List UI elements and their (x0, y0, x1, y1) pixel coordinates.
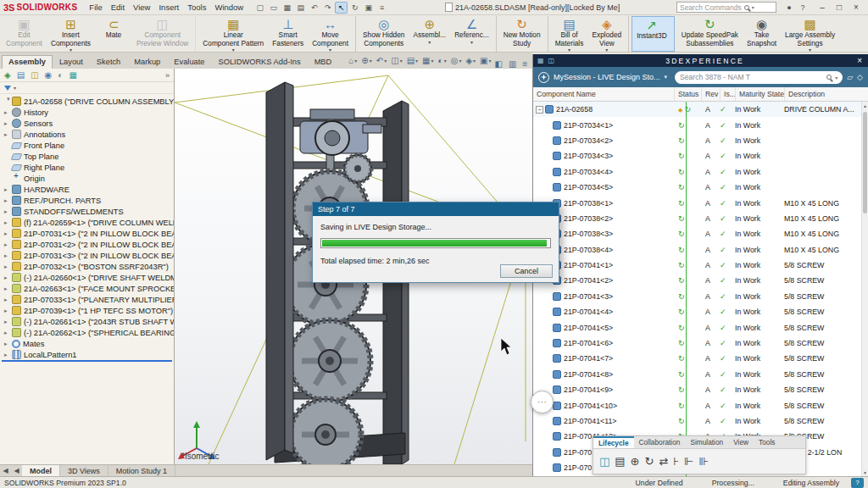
expand-caret-icon[interactable]: ▸ (4, 308, 12, 314)
options-icon[interactable]: ≡ (376, 2, 388, 14)
menu-item[interactable]: Tools (183, 3, 210, 12)
toolbar-tab[interactable]: Simulation (685, 436, 728, 448)
expand-caret-icon[interactable]: ▸ (5, 97, 12, 105)
ribbon-button[interactable]: ▤ Bill of Materials ▾ (551, 16, 588, 52)
component-row[interactable]: − 21P-07041<4> ↻ A ✓ In Work 5/8 SCREW (533, 304, 861, 319)
column-header[interactable]: Description (784, 87, 868, 101)
toolbar-tab[interactable]: Tools (754, 436, 780, 448)
session-search-input[interactable]: Search 3878 - NAM T ▾ (675, 71, 843, 84)
select-icon[interactable]: ↖ (335, 2, 348, 14)
tree-item[interactable]: ▸ Annotations (0, 129, 174, 140)
expand-caret-icon[interactable]: ▸ (4, 330, 12, 336)
expand-caret-icon[interactable]: ▸ (4, 263, 12, 270)
tree-item[interactable]: ▸ 21P-07033<1> ("PLANETARY MULTIPLIER") (0, 294, 174, 305)
expand-caret-icon[interactable]: ▸ (4, 208, 12, 215)
explore-search-icon[interactable]: ⊕ (631, 456, 640, 468)
filter-icon[interactable] (4, 86, 11, 91)
column-header[interactable]: Maturity State (735, 87, 784, 101)
command-tab[interactable]: Sketch (90, 55, 127, 69)
model-structure-icon[interactable]: ◫ (599, 456, 609, 468)
tree-item[interactable]: ▸ REF./PURCH. PARTS (0, 195, 174, 206)
help-icon[interactable]: ? (796, 2, 810, 14)
expand-caret-icon[interactable]: ▸ (4, 274, 12, 281)
component-row[interactable]: − 21P-07034<5> ↻ A ✓ In Work (533, 180, 861, 195)
ribbon-button[interactable]: ↻ Update SpeedPak Subassemblies ▾ (677, 16, 743, 52)
component-row[interactable]: − 21P-07041<11> ↻ A ✓ In Work 5/8 SCREW (533, 413, 861, 429)
ribbon-button[interactable]: ◈ Exploded View ▾ (588, 16, 630, 52)
command-tab[interactable]: Evaluate (167, 55, 211, 69)
component-row[interactable]: − 21P-07041<8> ↻ A ✓ In Work 5/8 SCREW (533, 367, 861, 382)
expand-caret-icon[interactable]: ▸ (4, 352, 12, 358)
scroll-down-icon[interactable]: ▼ (862, 469, 868, 476)
menu-item[interactable]: Insert (154, 3, 183, 12)
column-header[interactable]: Rev (701, 87, 720, 101)
undo-icon[interactable]: ↶ (308, 2, 320, 14)
component-row[interactable]: − 21P-07041<3> ↻ A ✓ In Work 5/8 SCREW (533, 289, 861, 304)
collapse-toggle[interactable]: − (536, 106, 543, 114)
3dexperience-compass-icon[interactable] (538, 72, 549, 83)
component-row[interactable]: − 21A-02658 ↻ A ✓ In Work DRIVE COLUMN A… (533, 102, 861, 117)
cancel-button[interactable]: Cancel (500, 264, 553, 278)
create-branch-icon[interactable]: ⊩ (684, 456, 693, 468)
file-properties-icon[interactable]: ▣ (362, 2, 375, 14)
redo-icon[interactable]: ↷ (321, 2, 334, 14)
tree-item[interactable]: ▸ 21P-07032<1> ("BOSTON SSRF2043R") (0, 261, 174, 272)
toolbar-tab[interactable]: Lifecycle (593, 436, 634, 448)
tree-item[interactable]: ▸ Origin (0, 173, 174, 184)
assistant-button[interactable]: ⋯ (531, 391, 554, 413)
menu-item[interactable]: View (129, 3, 154, 12)
ribbon-button[interactable]: ▩ Large Assembly Settings ▾ (781, 16, 839, 52)
expand-caret-icon[interactable]: ▸ (4, 341, 12, 347)
component-row[interactable]: − 21P-07041<9> ↻ A ✓ In Work 5/8 SCREW (533, 382, 861, 397)
tree-item[interactable]: ▸ Sensors (0, 118, 174, 129)
component-row[interactable]: − 21P-07041<7> ↻ A ✓ In Work 5/8 SCREW (533, 351, 861, 366)
tree-item[interactable]: ▸ 21P-07031<2> ("2 IN PILLOW BLOCK BEARI… (0, 239, 174, 250)
database-icon[interactable]: ▤ (615, 456, 625, 468)
column-header[interactable]: Status (674, 87, 701, 101)
filter-caret-icon[interactable]: ▾ (14, 85, 16, 91)
featuremanager-tab-icon[interactable]: ◈ (4, 71, 11, 80)
tree-item[interactable]: ▸ 21A-02658 ("DRIVE COLUMN ASSEMBLY") (0, 96, 174, 107)
expand-caret-icon[interactable]: ▸ (4, 230, 12, 237)
new-file-icon[interactable]: ▢ (253, 2, 266, 14)
command-tab[interactable]: Assembly (2, 55, 53, 69)
ribbon-button[interactable]: ◉ Take Snapshot ▾ (743, 16, 781, 52)
component-row[interactable]: − 21P-07034<3> ↻ A ✓ In Work (533, 148, 861, 164)
tree-item[interactable]: ▸ HARDWARE (0, 184, 174, 195)
column-header[interactable]: Component Name (533, 87, 674, 101)
restore-icon[interactable]: □ (831, 1, 848, 14)
expand-caret-icon[interactable]: ▸ (4, 197, 12, 204)
ribbon-button[interactable]: ↻ New Motion Study ▾ (499, 16, 548, 52)
document-tab[interactable]: 3D Views (60, 465, 108, 476)
login-user-icon[interactable]: ● (782, 2, 796, 14)
component-row[interactable]: − 21P-07034<1> ↻ A ✓ In Work (533, 117, 861, 132)
tree-item[interactable]: ▸ Front Plane (0, 140, 174, 151)
component-row[interactable]: − 21P-07038<1> ↻ A ✓ In Work M10 X 45 LO… (533, 195, 861, 210)
close-icon[interactable]: × (848, 1, 865, 14)
panel-grid-icon[interactable]: ▦ (537, 57, 544, 64)
tree-item[interactable]: ▸ (-) 21A-02661<1> ("2043R STUB SHAFT WE… (0, 316, 174, 327)
save-icon[interactable]: ▦ (281, 2, 293, 14)
ribbon-button[interactable]: ▣ Edit Component ▾ (2, 16, 47, 52)
close-panel-icon[interactable]: × (855, 56, 864, 65)
component-row[interactable]: − 21P-07041<6> ↻ A ✓ In Work 5/8 SCREW (533, 336, 861, 351)
tree-item[interactable]: ▸ 21A-02663<1> ("FACE MOUNT SPROCKET ASS… (0, 283, 174, 294)
tree-item[interactable]: ▸ 21P-07031<3> ("2 IN PILLOW BLOCK BEARI… (0, 250, 174, 261)
expand-caret-icon[interactable]: ▸ (4, 252, 12, 259)
document-tab[interactable]: Model (22, 465, 60, 476)
tree-item[interactable]: ▸ LocalLPattern1 (0, 349, 174, 360)
component-row[interactable]: − 21P-07034<2> ↻ A ✓ In Work (533, 133, 861, 148)
expand-caret-icon[interactable]: ▸ (4, 131, 12, 138)
panel-overflow-button[interactable]: » (165, 71, 170, 80)
ribbon-button[interactable]: ⊞ Insert Components ▾ (47, 16, 95, 52)
component-row[interactable]: − 21P-07041<1> ↻ A ✓ In Work 5/8 SCREW (533, 258, 861, 273)
ribbon-button[interactable]: ⊂ Mate ▾ (95, 16, 132, 52)
tree-item[interactable]: ▸ (-) 21A-02662<1> ("SPHERICAL BEARING A… (0, 327, 174, 338)
propertymanager-tab-icon[interactable]: ▤ (17, 71, 25, 80)
menu-item[interactable]: Window (210, 3, 248, 12)
rebuild-icon[interactable]: ↻ (348, 2, 361, 14)
open-file-icon[interactable]: ▭ (267, 2, 280, 14)
column-header[interactable]: Is... (720, 87, 735, 101)
cam-tab-icon[interactable]: ▦ (69, 71, 76, 80)
expand-caret-icon[interactable]: ▸ (4, 297, 12, 303)
